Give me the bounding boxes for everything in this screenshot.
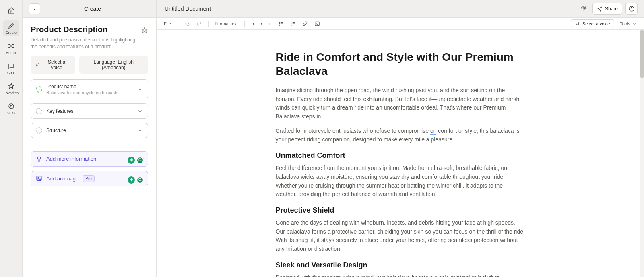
add-more-info-label: Add more information	[46, 156, 96, 162]
link-button[interactable]	[300, 19, 310, 28]
text-style-select[interactable]: Normal text	[213, 19, 240, 28]
tools-menu[interactable]: Tools	[617, 19, 639, 28]
add-image-option[interactable]: Add an image Pro + ✚ G	[31, 171, 148, 186]
svg-rect-3	[37, 176, 41, 181]
refresh-button[interactable]	[577, 3, 589, 15]
separator	[178, 21, 178, 27]
chevron-left-icon	[32, 6, 37, 11]
extension-badges: ✚ G	[128, 157, 144, 164]
doc-h2-design: Sleek and Versatile Design	[276, 261, 525, 269]
chevron-down-icon	[632, 21, 637, 26]
svg-text:3: 3	[291, 24, 292, 26]
editor: File Normal text B I U 123 Select a vo	[157, 18, 644, 277]
numbered-list-button[interactable]: 123	[288, 19, 298, 28]
rail-remix[interactable]: Remix	[3, 40, 19, 56]
chevron-down-icon	[137, 87, 143, 92]
favorite-toggle[interactable]	[141, 25, 148, 34]
pro-badge: Pro	[83, 175, 95, 182]
panel-head: Product Description Detailed and persuas…	[23, 18, 156, 56]
undo-icon	[184, 21, 190, 27]
doc-h2-shield: Protective Shield	[276, 206, 525, 215]
redo-icon	[196, 21, 202, 27]
product-name-label: Product name	[46, 84, 133, 89]
extension-badge-1: ✚	[128, 176, 135, 184]
topbar-section-title: Create	[45, 6, 156, 12]
editor-toolbar: File Normal text B I U 123 Select a vo	[157, 18, 644, 30]
rail-seo[interactable]: SEO	[3, 101, 19, 117]
image-icon	[36, 175, 42, 182]
rail-chat[interactable]: Chat	[3, 60, 19, 76]
panel-fields: Product name Balaclava for motorcycle en…	[23, 79, 156, 138]
share-button[interactable]: Share	[592, 3, 622, 15]
bold-button[interactable]: B	[249, 19, 256, 28]
megaphone-icon	[575, 21, 580, 26]
rail-create-label: Create	[6, 31, 17, 35]
document-scroll[interactable]: Ride in Comfort and Style with Our Premi…	[157, 30, 644, 277]
help-button[interactable]	[625, 3, 638, 15]
undo-button[interactable]	[182, 19, 192, 28]
scrollbar-track[interactable]	[640, 30, 644, 277]
rail-favorites[interactable]: Favorites	[3, 81, 19, 97]
rail-create[interactable]: Create	[3, 20, 19, 36]
divider	[31, 145, 148, 145]
doc-p3: Feel the difference from the moment you …	[276, 164, 525, 199]
add-image-label: Add an image	[46, 176, 78, 182]
document-body[interactable]: Ride in Comfort and Style with Our Premi…	[276, 30, 525, 277]
language-chip-label: Language: English (American)	[84, 59, 143, 70]
topbar: Create Untitled Document Share	[23, 0, 644, 18]
scrollbar-thumb[interactable]	[640, 30, 644, 78]
voice-chip[interactable]: Select a voice	[31, 56, 75, 74]
home-icon	[7, 6, 15, 14]
key-features-label: Key features	[46, 108, 133, 114]
chevron-down-icon	[137, 128, 143, 133]
redo-button[interactable]	[194, 19, 204, 28]
product-name-value: Balaclava for motorcycle enthusiasts	[46, 90, 133, 95]
image-icon	[314, 21, 320, 27]
share-label: Share	[605, 6, 618, 12]
megaphone-icon	[35, 62, 41, 68]
separator	[208, 21, 209, 27]
italic-button[interactable]: I	[258, 19, 264, 28]
star-outline-icon	[141, 27, 148, 34]
rail-favorites-label: Favorites	[4, 91, 19, 95]
share-icon	[597, 6, 603, 12]
toolbar-voice-select[interactable]: Select a voice	[571, 19, 614, 28]
doc-p1: Imagine slicing through the open road, t…	[276, 86, 525, 121]
voice-chip-label: Select a voice	[43, 59, 70, 70]
separator	[244, 21, 245, 27]
rail-home[interactable]	[3, 5, 19, 16]
extension-badge-2: G	[136, 176, 144, 184]
key-features-field[interactable]: Key features	[31, 103, 148, 119]
topbar-left: Create	[23, 0, 157, 17]
back-button[interactable]	[29, 3, 40, 14]
chat-icon	[7, 62, 15, 70]
svg-point-5	[279, 22, 280, 23]
svg-point-0	[9, 104, 14, 109]
bullet-list-button[interactable]	[276, 19, 286, 28]
panel-title: Product Description	[31, 25, 137, 34]
image-insert-button[interactable]	[312, 19, 322, 28]
link-icon	[302, 21, 308, 27]
doc-p5: Designed with the modern rider in mind, …	[276, 273, 525, 277]
config-panel: Product Description Detailed and persuas…	[23, 18, 157, 277]
topbar-right: Share	[577, 3, 644, 15]
doc-p4: Gone are the days of dealing with windbu…	[276, 219, 525, 254]
lightbulb-icon	[36, 156, 42, 162]
file-menu[interactable]: File	[161, 19, 173, 28]
extension-badge-1: ✚	[128, 157, 135, 164]
tools-label: Tools	[620, 21, 630, 26]
language-chip[interactable]: Language: English (American)	[79, 56, 148, 74]
loading-icon	[36, 127, 42, 134]
doc-title[interactable]: Untitled Document	[157, 6, 577, 12]
nav-rail: Create Remix Chat Favorites SEO	[0, 0, 23, 277]
underline-button[interactable]: U	[266, 19, 274, 28]
add-more-info-option[interactable]: Add more information + ✚ G	[31, 151, 148, 167]
svg-point-6	[279, 23, 280, 24]
toolbar-voice-label: Select a voice	[582, 21, 610, 26]
spellcheck-highlight[interactable]: on	[430, 128, 437, 135]
doc-h2-comfort: Unmatched Comfort	[276, 151, 525, 160]
structure-field[interactable]: Structure	[31, 123, 148, 138]
product-name-field[interactable]: Product name Balaclava for motorcycle en…	[31, 79, 148, 99]
target-icon	[7, 102, 15, 110]
shuffle-icon	[7, 42, 15, 50]
